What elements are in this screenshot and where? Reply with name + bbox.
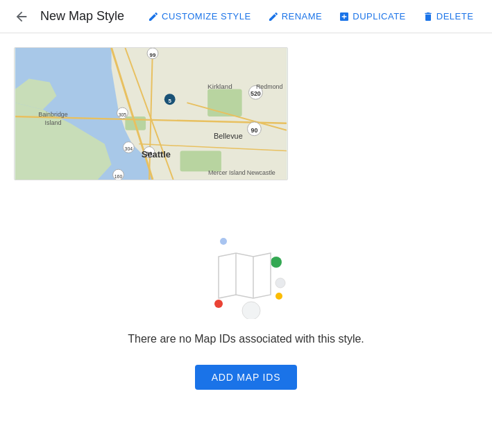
rename-label: RENAME [282,11,323,21]
svg-rect-6 [180,150,221,171]
svg-point-41 [214,300,223,308]
svg-text:Seattle: Seattle [142,149,171,160]
back-arrow-icon [14,9,29,24]
duplicate-icon [339,11,350,22]
svg-text:520: 520 [251,90,261,97]
map-thumbnail: 99 5 99 520 90 Bainbridge Island Seattle… [14,47,288,180]
delete-button[interactable]: DELETE [416,7,481,26]
map-preview: 99 5 99 520 90 Bainbridge Island Seattle… [15,48,287,180]
header-actions: CUSTOMIZE STYLE RENAME DUPLICATE DELETE [141,7,480,26]
delete-label: DELETE [436,11,474,21]
svg-text:Newcastle: Newcastle [247,169,275,176]
page-title: New Map Style [40,9,124,24]
rename-button[interactable]: RENAME [261,7,330,26]
svg-text:Bainbridge: Bainbridge [38,111,68,118]
empty-state: There are no Map IDs associated with thi… [14,208,478,411]
back-button[interactable] [11,6,32,27]
delete-icon [423,11,434,22]
customize-style-label: CUSTOMIZE STYLE [162,11,251,21]
svg-text:Kirkland: Kirkland [207,83,232,90]
svg-text:304: 304 [125,146,133,151]
svg-point-38 [220,238,227,245]
svg-point-42 [242,302,260,319]
svg-text:305: 305 [119,112,127,117]
duplicate-button[interactable]: DUPLICATE [332,7,413,26]
svg-text:160: 160 [114,174,123,179]
customize-icon [148,11,159,22]
duplicate-label: DUPLICATE [353,11,406,21]
svg-text:90: 90 [251,127,257,134]
empty-message: There are no Map IDs associated with thi… [128,333,364,345]
svg-text:Bellevue: Bellevue [214,132,243,140]
customize-style-button[interactable]: CUSTOMIZE STYLE [141,7,258,26]
illustration-svg [198,222,295,319]
svg-point-43 [275,293,282,300]
svg-text:Redmond: Redmond [256,83,283,90]
header: New Map Style CUSTOMIZE STYLE RENAME DUP… [0,0,492,33]
main-content: 99 5 99 520 90 Bainbridge Island Seattle… [0,33,492,424]
svg-point-40 [275,278,285,288]
map-illustration [198,222,295,319]
add-map-ids-button[interactable]: ADD MAP IDS [195,365,298,390]
svg-text:5: 5 [169,98,172,104]
svg-point-39 [271,257,282,268]
svg-text:Island: Island [45,119,62,126]
svg-text:99: 99 [150,52,156,58]
svg-rect-5 [207,89,241,117]
rename-icon [268,11,279,22]
svg-text:Mercer Island: Mercer Island [208,169,246,176]
